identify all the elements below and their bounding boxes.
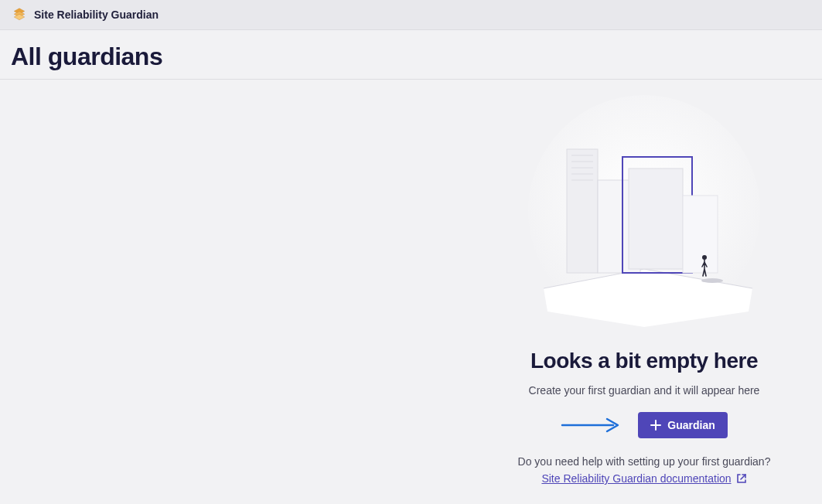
empty-illustration xyxy=(520,95,768,342)
plus-icon xyxy=(650,420,661,431)
svg-point-12 xyxy=(701,278,723,283)
documentation-link[interactable]: Site Reliability Guardian documentation xyxy=(541,472,746,485)
external-link-icon xyxy=(736,473,747,484)
documentation-link-label: Site Reliability Guardian documentation xyxy=(541,472,731,485)
main-content: Looks a bit empty here Create your first… xyxy=(0,80,822,499)
page-title: All guardians xyxy=(11,43,811,71)
svg-rect-10 xyxy=(683,196,718,273)
empty-state-subtitle: Create your first guardian and it will a… xyxy=(529,384,760,397)
svg-line-14 xyxy=(741,475,745,479)
svg-point-11 xyxy=(702,255,707,260)
app-title: Site Reliability Guardian xyxy=(34,9,159,21)
app-header: Site Reliability Guardian xyxy=(0,0,822,30)
empty-state-title: Looks a bit empty here xyxy=(530,349,758,373)
guardian-logo-icon xyxy=(12,8,26,22)
svg-rect-8 xyxy=(629,169,683,269)
help-text: Do you need help with setting up your fi… xyxy=(518,455,771,468)
empty-state: Looks a bit empty here Create your first… xyxy=(489,95,799,485)
create-guardian-button[interactable]: Guardian xyxy=(638,412,727,438)
page-title-section: All guardians xyxy=(0,30,822,80)
cta-row: Guardian xyxy=(561,412,727,438)
create-guardian-button-label: Guardian xyxy=(667,419,715,431)
arrow-right-annotation-icon xyxy=(561,416,622,434)
